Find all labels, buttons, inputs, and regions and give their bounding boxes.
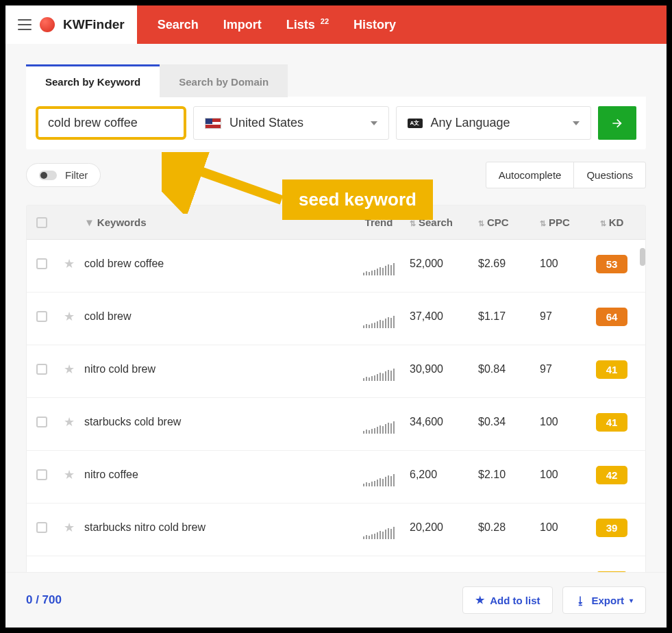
trend-sparkline (348, 314, 410, 328)
nav-search[interactable]: Search (158, 18, 199, 32)
tab-search-by-keyword[interactable]: Search by Keyword (26, 64, 160, 97)
keyword-cell[interactable]: nitro cold brew (84, 363, 348, 375)
search-panel: United States A文Any Language (26, 97, 646, 149)
add-to-list-button[interactable]: ★ Add to list (462, 586, 553, 614)
row-checkbox[interactable] (36, 258, 47, 269)
search-button[interactable] (598, 106, 636, 140)
keyword-cell[interactable]: cold brew coffee (84, 258, 348, 270)
star-icon[interactable]: ★ (64, 415, 75, 429)
kd-badge: 64 (596, 308, 627, 326)
arrow-right-icon (610, 116, 624, 130)
tab-autocomplete[interactable]: Autocomplete (486, 162, 575, 188)
row-checkbox[interactable] (36, 417, 47, 427)
suggestion-type-tabs: Autocomplete Questions (486, 162, 646, 188)
keyword-cell[interactable]: cold brew (84, 310, 348, 323)
cpc-cell: $0.84 (478, 363, 540, 375)
ppc-cell: 100 (540, 258, 588, 270)
search-volume-cell: 20,200 (410, 521, 478, 534)
ppc-cell: 100 (540, 416, 588, 428)
table-row: ★starbucks cold brew34,600$0.3410041 (27, 398, 645, 451)
row-checkbox[interactable] (36, 311, 47, 322)
export-button[interactable]: ⭳ Export ▾ (562, 586, 646, 614)
star-icon[interactable]: ★ (64, 310, 75, 323)
select-all-checkbox[interactable] (36, 217, 47, 228)
ppc-cell: 97 (540, 363, 588, 375)
tab-search-by-domain[interactable]: Search by Domain (160, 64, 288, 97)
tab-questions[interactable]: Questions (574, 162, 645, 188)
location-select[interactable]: United States (193, 106, 389, 140)
column-keywords[interactable]: Keywords (97, 216, 147, 228)
star-icon[interactable]: ★ (64, 362, 75, 376)
row-checkbox[interactable] (36, 364, 47, 375)
keyword-cell[interactable]: starbucks cold brew (84, 416, 348, 428)
star-icon: ★ (475, 594, 484, 606)
search-volume-cell: 37,400 (410, 310, 478, 323)
cpc-cell: $2.10 (478, 469, 540, 481)
search-volume-cell: 52,000 (410, 258, 478, 270)
ppc-cell: 97 (540, 310, 588, 323)
keyword-cell[interactable]: starbucks nitro cold brew (84, 521, 348, 534)
footer-bar: 0 / 700 ★ Add to list ⭳ Export ▾ (5, 572, 667, 628)
keywords-table: ▼Keywords Trend Search CPC PPC KD ★cold … (26, 205, 646, 628)
trend-sparkline (348, 367, 410, 381)
chevron-down-icon (573, 121, 580, 125)
trend-sparkline (348, 473, 410, 486)
trend-sparkline (348, 525, 410, 539)
kd-badge: 42 (596, 466, 627, 484)
search-mode-tabs: Search by Keyword Search by Domain (26, 64, 646, 97)
table-row: ★nitro coffee6,200$2.1010042 (27, 451, 645, 504)
chevron-down-icon: ▾ (630, 597, 633, 604)
star-icon[interactable]: ★ (64, 521, 75, 534)
language-icon: A文 (408, 119, 423, 128)
column-kd[interactable]: KD (588, 216, 636, 228)
row-checkbox[interactable] (36, 522, 47, 533)
menu-icon[interactable] (18, 19, 32, 30)
table-row: ★cold brew37,400$1.179764 (27, 293, 645, 345)
kd-badge: 41 (596, 360, 627, 379)
table-row: ★nitro cold brew30,900$0.849741 (27, 345, 645, 398)
cpc-cell: $0.34 (478, 416, 540, 428)
star-icon[interactable]: ★ (64, 257, 75, 271)
column-cpc[interactable]: CPC (478, 216, 540, 228)
ppc-cell: 100 (540, 469, 588, 481)
language-select[interactable]: A文Any Language (396, 106, 592, 140)
filter-toggle[interactable]: Filter (26, 163, 101, 187)
nav-import[interactable]: Import (223, 18, 262, 32)
flag-icon (205, 118, 221, 129)
row-checkbox[interactable] (36, 469, 47, 480)
nav-history[interactable]: History (353, 18, 396, 32)
kd-badge: 41 (596, 413, 627, 432)
logo-icon (40, 17, 55, 32)
top-nav: KWFinder Search Import Lists 22 History (5, 5, 667, 44)
toggle-icon (39, 171, 57, 180)
cpc-cell: $1.17 (478, 310, 540, 323)
kd-badge: 39 (596, 519, 627, 537)
search-volume-cell: 30,900 (410, 363, 478, 375)
ppc-cell: 100 (540, 521, 588, 534)
annotation-callout: seed keyword (282, 179, 433, 220)
keyword-input[interactable] (36, 106, 186, 140)
brand-block: KWFinder (5, 5, 137, 44)
keyword-cell[interactable]: nitro coffee (84, 469, 348, 481)
search-volume-cell: 34,600 (410, 416, 478, 428)
selection-counter: 0 / 700 (26, 593, 62, 607)
kd-badge: 53 (596, 255, 627, 273)
search-volume-cell: 6,200 (410, 469, 478, 481)
trend-sparkline (348, 420, 410, 434)
download-icon: ⭳ (575, 595, 586, 606)
chevron-down-icon (371, 121, 377, 125)
cpc-cell: $2.69 (478, 258, 540, 270)
table-row: ★cold brew coffee52,000$2.6910053 (27, 240, 645, 293)
cpc-cell: $0.28 (478, 521, 540, 534)
column-ppc[interactable]: PPC (540, 216, 588, 228)
trend-sparkline (348, 262, 410, 275)
nav-lists[interactable]: Lists 22 (286, 17, 329, 32)
star-icon[interactable]: ★ (64, 468, 75, 482)
scrollbar-thumb[interactable] (640, 248, 645, 266)
table-row: ★starbucks nitro cold brew20,200$0.28100… (27, 504, 645, 556)
brand-name: KWFinder (63, 17, 125, 32)
